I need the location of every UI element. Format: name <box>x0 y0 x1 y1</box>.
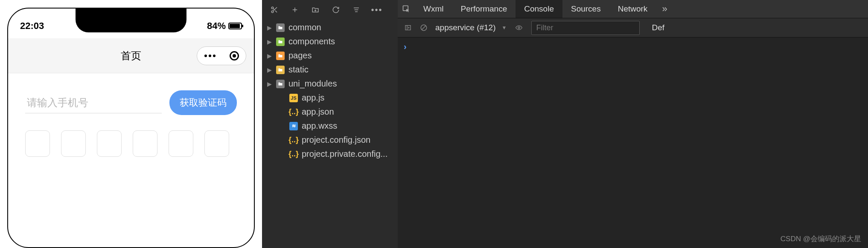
levels-label[interactable]: Def <box>652 23 664 32</box>
tab-console[interactable]: Console <box>516 0 562 18</box>
battery-percentage: 84% <box>207 20 226 32</box>
folder-icon <box>276 23 285 32</box>
battery-icon <box>228 23 242 29</box>
more-icon[interactable]: ••• <box>372 5 382 14</box>
file-name: uni_modules <box>288 79 337 89</box>
context-selector[interactable]: appservice (#12) ▼ <box>435 23 507 32</box>
console-prompt-icon: › <box>404 42 407 51</box>
folder-row[interactable]: ▶components <box>265 35 395 49</box>
get-code-button[interactable]: 获取验证码 <box>169 90 237 115</box>
file-name: app.js <box>302 93 324 103</box>
folder-row[interactable]: ▶uni_modules <box>265 77 395 91</box>
otp-box[interactable] <box>97 130 122 157</box>
plus-icon[interactable] <box>290 5 300 14</box>
file-name: project.private.config... <box>302 149 387 159</box>
svg-line-4 <box>273 9 274 10</box>
chevron-right-icon: ▶ <box>267 66 272 73</box>
clear-console-icon[interactable] <box>420 24 428 32</box>
wxss-file-icon: ≋ <box>289 122 298 130</box>
json-file-icon: {..} <box>289 150 298 159</box>
svg-rect-13 <box>405 26 411 30</box>
console-body[interactable]: › CSDN @会编码的派大星 <box>398 37 868 248</box>
collapse-icon[interactable] <box>352 5 361 14</box>
tab-network[interactable]: Network <box>609 0 656 18</box>
phone-frame: 22:03 84% 首页 获取验证码 <box>7 8 255 248</box>
tabs-overflow-icon[interactable]: » <box>656 3 673 14</box>
element-picker-icon[interactable] <box>398 5 415 13</box>
chevron-down-icon: ▼ <box>502 25 507 31</box>
phone-input-row: 获取验证码 <box>25 90 237 115</box>
file-row[interactable]: ▶{..}app.json <box>265 105 395 119</box>
tab-sources[interactable]: Sources <box>562 0 609 18</box>
svg-point-17 <box>518 27 520 29</box>
tab-wxml[interactable]: Wxml <box>415 0 452 18</box>
chevron-right-icon: ▶ <box>267 81 272 87</box>
page-body: 获取验证码 <box>8 73 254 157</box>
json-file-icon: {..} <box>289 136 298 144</box>
folder-icon <box>276 66 285 74</box>
file-name: app.wxss <box>302 121 337 131</box>
file-name: components <box>288 37 335 46</box>
folder-icon <box>276 80 285 88</box>
otp-box[interactable] <box>25 130 50 157</box>
phone-number-input[interactable] <box>25 92 162 113</box>
scissors-icon[interactable] <box>270 5 279 14</box>
svg-line-3 <box>275 11 277 12</box>
json-file-icon: {..} <box>289 108 298 116</box>
chevron-right-icon: ▶ <box>267 52 272 59</box>
status-time: 22:03 <box>20 20 44 32</box>
watermark: CSDN @会编码的派大星 <box>781 234 861 244</box>
page-title: 首页 <box>121 49 141 63</box>
eye-icon[interactable] <box>514 24 524 31</box>
battery-indicator: 84% <box>207 20 242 32</box>
file-name: common <box>288 23 321 32</box>
otp-box[interactable] <box>169 130 193 157</box>
file-name: pages <box>288 51 312 61</box>
file-tree: ▶common▶components▶pages▶static▶uni_modu… <box>262 19 398 163</box>
menu-dots-icon[interactable] <box>204 55 216 57</box>
chevron-right-icon: ▶ <box>267 38 272 45</box>
console-filter-input[interactable] <box>531 21 640 35</box>
file-row[interactable]: ▶≋app.wxss <box>265 119 395 133</box>
folder-row[interactable]: ▶common <box>265 20 395 35</box>
file-row[interactable]: ▶JSapp.js <box>265 91 395 105</box>
file-row[interactable]: ▶{..}project.config.json <box>265 133 395 147</box>
phone-notch <box>76 8 186 32</box>
chevron-right-icon: ▶ <box>267 24 272 31</box>
file-name: project.config.json <box>302 135 370 145</box>
otp-input-row <box>25 130 237 157</box>
folder-icon <box>276 37 285 46</box>
svg-point-0 <box>271 7 274 9</box>
tab-performance[interactable]: Performance <box>452 0 516 18</box>
file-row[interactable]: ▶{..}project.private.config... <box>265 147 395 161</box>
console-toolbar: appservice (#12) ▼ Def <box>398 18 868 37</box>
toggle-sidebar-icon[interactable] <box>404 24 412 31</box>
new-folder-icon[interactable] <box>311 5 320 14</box>
otp-box[interactable] <box>61 130 86 157</box>
close-target-icon[interactable] <box>230 51 239 61</box>
svg-point-1 <box>271 11 274 13</box>
file-name: static <box>288 65 309 75</box>
otp-box[interactable] <box>204 130 229 157</box>
devtools-tabs: WxmlPerformanceConsoleSourcesNetwork » <box>398 0 868 18</box>
folder-icon <box>276 52 285 60</box>
folder-row[interactable]: ▶pages <box>265 49 395 63</box>
file-explorer-panel: ••• ▶common▶components▶pages▶static▶uni_… <box>262 0 398 248</box>
js-file-icon: JS <box>289 94 298 102</box>
refresh-icon[interactable] <box>331 5 341 14</box>
nav-bar: 首页 <box>8 38 254 73</box>
file-name: app.json <box>302 107 334 117</box>
devtools-panel: WxmlPerformanceConsoleSourcesNetwork » a… <box>398 0 868 248</box>
phone-simulator-panel: 22:03 84% 首页 获取验证码 <box>0 0 262 248</box>
context-label: appservice (#12) <box>435 23 496 32</box>
folder-row[interactable]: ▶static <box>265 63 395 77</box>
otp-box[interactable] <box>133 130 157 157</box>
svg-line-16 <box>422 26 426 30</box>
capsule-button[interactable] <box>197 46 246 65</box>
file-explorer-toolbar: ••• <box>262 3 398 19</box>
